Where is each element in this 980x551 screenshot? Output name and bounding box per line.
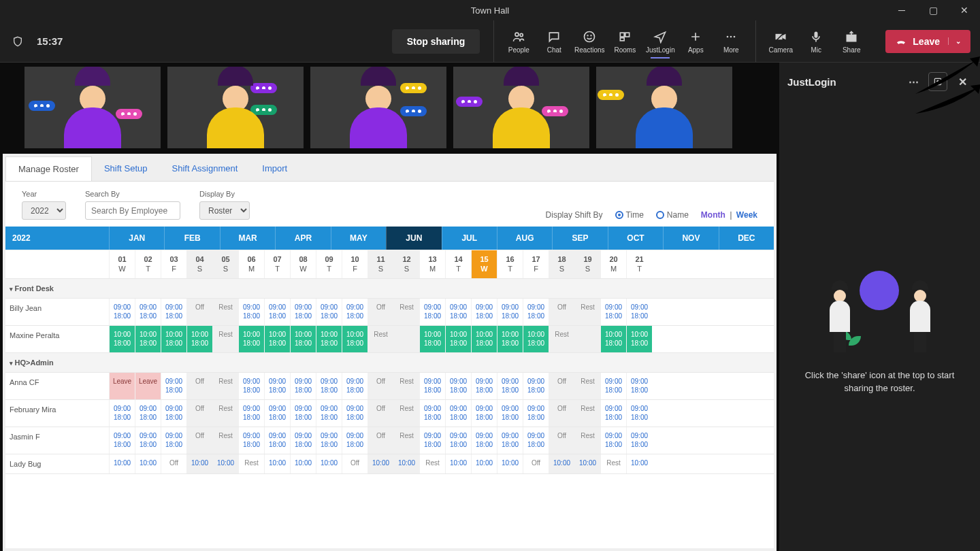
- shift-cell[interactable]: 10:0018:00: [290, 326, 316, 352]
- shift-cell[interactable]: Rest: [212, 373, 238, 399]
- mic-button[interactable]: Mic: [798, 20, 834, 63]
- search-input[interactable]: [85, 201, 180, 220]
- justlogin-app-button[interactable]: JustLogin: [642, 20, 678, 63]
- shift-cell[interactable]: Off: [549, 299, 574, 325]
- employee-name[interactable]: Lady Bug: [5, 454, 109, 473]
- shift-cell[interactable]: 09:0018:00: [600, 373, 626, 399]
- shift-cell[interactable]: Rest: [212, 400, 238, 427]
- chevron-down-icon[interactable]: ⌄: [948, 37, 961, 45]
- app-tab[interactable]: Import: [250, 156, 299, 181]
- month-cell[interactable]: AUG: [497, 227, 552, 250]
- shift-cell[interactable]: 09:0018:00: [471, 400, 497, 427]
- shift-cell[interactable]: 09:0018:00: [161, 427, 186, 454]
- shift-cell[interactable]: 09:0018:00: [290, 373, 316, 399]
- shift-cell[interactable]: 10:0018:00: [626, 326, 652, 352]
- shift-cell[interactable]: 09:0018:00: [497, 299, 523, 325]
- shift-cell[interactable]: 09:0018:00: [161, 400, 186, 427]
- month-cell[interactable]: JAN: [109, 227, 164, 250]
- shift-cell[interactable]: 09:0018:00: [238, 373, 264, 399]
- participant-tile[interactable]: [24, 67, 161, 148]
- shift-cell[interactable]: 10:0018:00: [600, 326, 626, 352]
- shift-cell[interactable]: Off: [186, 427, 212, 454]
- shift-cell[interactable]: 09:0018:00: [342, 427, 368, 454]
- month-cell[interactable]: FEB: [164, 227, 219, 250]
- shift-cell[interactable]: 10:00: [497, 454, 523, 473]
- shift-cell[interactable]: 09:0018:00: [523, 373, 549, 399]
- share-button[interactable]: Share: [834, 20, 869, 63]
- shift-cell[interactable]: 09:0018:00: [600, 299, 626, 325]
- month-cell[interactable]: SEP: [552, 227, 607, 250]
- shift-cell[interactable]: 09:0018:00: [445, 299, 471, 325]
- shift-cell[interactable]: 10:0018:00: [497, 326, 523, 352]
- shift-cell[interactable]: 09:0018:00: [419, 373, 445, 399]
- shift-cell[interactable]: 10:00: [471, 454, 497, 473]
- people-button[interactable]: People: [501, 20, 536, 63]
- month-cell[interactable]: MAR: [220, 227, 275, 250]
- shift-cell[interactable]: Off: [368, 400, 393, 427]
- app-tab[interactable]: Shift Setup: [92, 156, 160, 181]
- shift-cell[interactable]: 10:0018:00: [445, 326, 471, 352]
- shift-cell[interactable]: 09:0018:00: [264, 299, 290, 325]
- shift-cell[interactable]: 09:0018:00: [316, 400, 342, 427]
- year-select[interactable]: 2022: [22, 201, 66, 220]
- shift-cell[interactable]: 09:0018:00: [238, 299, 264, 325]
- month-cell[interactable]: OCT: [608, 227, 663, 250]
- shift-cell[interactable]: 10:00: [316, 454, 342, 473]
- shift-cell[interactable]: 09:0018:00: [626, 400, 652, 427]
- shift-cell[interactable]: 09:0018:00: [135, 400, 161, 427]
- shift-cell[interactable]: 09:0018:00: [523, 299, 549, 325]
- shift-cell[interactable]: Off: [186, 373, 212, 399]
- shift-cell[interactable]: 10:00: [264, 454, 290, 473]
- employee-name[interactable]: Billy Jean: [5, 299, 109, 325]
- shift-cell[interactable]: 09:0018:00: [264, 400, 290, 427]
- radio-name[interactable]: Name: [656, 210, 689, 220]
- shift-cell[interactable]: 09:0018:00: [316, 299, 342, 325]
- shift-cell[interactable]: Rest: [574, 400, 600, 427]
- close-window-button[interactable]: ✕: [949, 0, 980, 20]
- month-cell[interactable]: JUN: [386, 227, 441, 250]
- shift-cell[interactable]: 09:0018:00: [497, 400, 523, 427]
- shift-cell[interactable]: 10:0018:00: [109, 326, 135, 352]
- shift-cell[interactable]: 09:0018:00: [523, 400, 549, 427]
- shift-cell[interactable]: Off: [368, 373, 393, 399]
- shift-cell[interactable]: 09:0018:00: [497, 373, 523, 399]
- shift-cell[interactable]: 09:0018:00: [290, 400, 316, 427]
- shift-cell[interactable]: Off: [523, 454, 549, 473]
- shift-cell[interactable]: 10:0018:00: [471, 326, 497, 352]
- shift-cell[interactable]: 10:0018:00: [135, 326, 161, 352]
- camera-button[interactable]: Camera: [763, 20, 798, 63]
- view-month[interactable]: Month: [701, 210, 725, 220]
- participant-tile[interactable]: [453, 67, 589, 148]
- shift-cell[interactable]: 09:0018:00: [445, 427, 471, 454]
- shift-cell[interactable]: Off: [549, 427, 574, 454]
- participant-tile[interactable]: [310, 67, 446, 148]
- shift-cell[interactable]: 10:00: [549, 454, 574, 473]
- shift-cell[interactable]: 09:0018:00: [161, 299, 186, 325]
- shift-cell[interactable]: 09:0018:00: [290, 299, 316, 325]
- shift-cell[interactable]: 09:0018:00: [445, 373, 471, 399]
- shift-cell[interactable]: Rest: [393, 400, 419, 427]
- group-row[interactable]: Front Desk: [5, 279, 109, 298]
- shift-cell[interactable]: 10:0018:00: [342, 326, 368, 352]
- shift-cell[interactable]: 09:0018:00: [600, 400, 626, 427]
- shift-cell[interactable]: Leave: [135, 373, 161, 399]
- shift-cell[interactable]: 10:00: [445, 454, 471, 473]
- app-tab[interactable]: Shift Assignment: [160, 156, 250, 181]
- employee-name[interactable]: Jasmin F: [5, 427, 109, 454]
- display-select[interactable]: Roster: [199, 201, 250, 220]
- shift-cell[interactable]: 10:00: [186, 454, 212, 473]
- participant-tile[interactable]: [167, 67, 304, 148]
- shift-cell[interactable]: 10:00: [212, 454, 238, 473]
- shift-cell[interactable]: 09:0018:00: [523, 427, 549, 454]
- shift-cell[interactable]: 09:0018:00: [600, 427, 626, 454]
- shift-cell[interactable]: 09:0018:00: [419, 400, 445, 427]
- shift-cell[interactable]: 09:0018:00: [471, 373, 497, 399]
- shift-cell[interactable]: 10:0018:00: [238, 326, 264, 352]
- shift-cell[interactable]: 09:0018:00: [316, 427, 342, 454]
- shift-cell[interactable]: 10:00: [290, 454, 316, 473]
- shift-cell[interactable]: 09:0018:00: [316, 373, 342, 399]
- shift-cell[interactable]: Rest: [549, 326, 574, 352]
- shift-cell[interactable]: 10:00: [368, 454, 393, 473]
- shift-cell[interactable]: Off: [549, 400, 574, 427]
- shift-cell[interactable]: 10:00: [393, 454, 419, 473]
